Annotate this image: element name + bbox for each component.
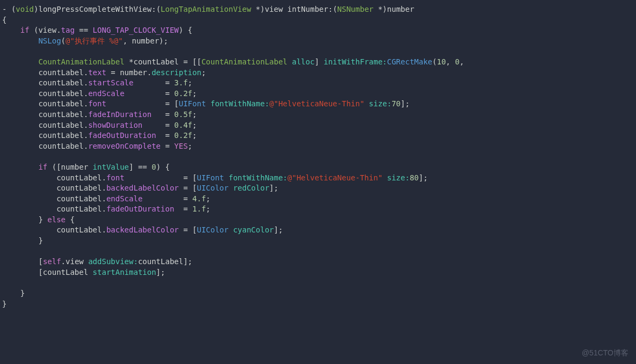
code-line: countLabel.font = [UIFont fontWithName:@…	[2, 99, 410, 108]
code-line	[2, 247, 6, 256]
code-line: countLabel.endScale = 0.2f;	[2, 89, 197, 98]
code-line: if ([number intValue] == 0) {	[2, 163, 170, 171]
code-line: if (view.tag == LONG_TAP_CLOCK_VIEW) {	[2, 26, 192, 34]
code-line: - (void)longPressCompleteWithView:(LongT…	[2, 5, 414, 13]
code-line: countLabel.font = [UIFont fontWithName:@…	[2, 173, 428, 182]
code-line: countLabel.endScale = 4.f;	[2, 194, 211, 203]
code-line: NSLog(@"执行事件 %@", number);	[2, 37, 168, 45]
code-line	[2, 278, 6, 287]
code-line: } else {	[2, 215, 75, 224]
code-line: countLabel.showDuration = 0.4f;	[2, 121, 197, 129]
code-line: countLabel.fadeOutDuration = 1.f;	[2, 205, 211, 213]
code-line: countLabel.startScale = 3.f;	[2, 78, 192, 87]
code-line: countLabel.backedLabelColor = [UIColor c…	[2, 225, 283, 234]
code-line: countLabel.removeOnComplete = YES;	[2, 142, 192, 150]
code-line: countLabel.fadeInDuration = 0.5f;	[2, 110, 197, 119]
watermark-text: @51CTO博客	[582, 348, 628, 359]
code-line: [countLabel startAnimation];	[2, 268, 165, 276]
code-line: {	[2, 16, 6, 24]
code-line	[2, 152, 6, 161]
code-line	[2, 47, 6, 55]
code-line: }	[2, 300, 6, 308]
code-block: - (void)longPressCompleteWithView:(LongT…	[2, 4, 634, 309]
code-line: countLabel.backedLabelColor = [UIColor r…	[2, 184, 278, 192]
code-line: CountAnimationLabel *countLabel = [[Coun…	[2, 57, 464, 66]
code-line: countLabel.text = number.description;	[2, 68, 206, 77]
code-line: }	[2, 236, 43, 245]
code-line: [self.view addSubview:countLabel];	[2, 257, 192, 266]
code-line: countLabel.fadeOutDuration = 0.2f;	[2, 131, 197, 140]
code-line: }	[2, 289, 25, 297]
